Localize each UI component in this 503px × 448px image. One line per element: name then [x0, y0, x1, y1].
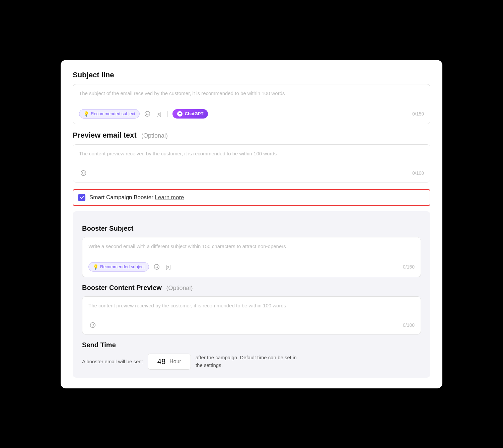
- smart-booster-row: Smart Campaign Booster Learn more: [73, 189, 430, 206]
- preview-email-toolbar: 0/100: [79, 169, 424, 177]
- chatgpt-icon: ✦: [177, 111, 183, 117]
- booster-recommended-button[interactable]: 💡 Recommended subject: [88, 262, 149, 272]
- booster-content-preview-input-box: The content preview received by the cust…: [82, 296, 421, 334]
- booster-panel: Booster Subject Write a second email wit…: [73, 211, 430, 378]
- booster-content-counter: 0/100: [403, 322, 415, 328]
- hour-unit: Hour: [169, 359, 181, 365]
- booster-content-emoji-button[interactable]: [88, 321, 97, 329]
- send-time-section: Send Time A booster email will be sent 4…: [82, 341, 421, 370]
- subject-line-title: Subject line: [73, 71, 430, 79]
- hour-input-box[interactable]: 48 Hour: [148, 354, 191, 370]
- subject-line-section: Subject line The subject of the email re…: [73, 71, 430, 124]
- recommended-subject-button[interactable]: 💡 Recommended subject: [79, 109, 140, 119]
- smart-booster-checkbox[interactable]: [78, 194, 85, 201]
- svg-point-9: [90, 322, 95, 327]
- booster-content-preview-placeholder: The content preview received by the cust…: [88, 302, 415, 315]
- booster-emoji-button[interactable]: [152, 263, 161, 271]
- preview-email-counter: 0/100: [412, 170, 424, 176]
- booster-content-preview-toolbar: 0/100: [88, 321, 415, 329]
- preview-emoji-button[interactable]: [79, 169, 88, 177]
- subject-line-counter: 0/150: [412, 111, 424, 117]
- booster-variable-button[interactable]: [x]: [164, 264, 172, 270]
- lightbulb-icon: 💡: [83, 111, 89, 117]
- subject-line-input-box: The subject of the email received by the…: [73, 84, 430, 124]
- emoji-button[interactable]: [143, 110, 152, 118]
- main-card: Subject line The subject of the email re…: [61, 60, 442, 388]
- svg-point-3: [81, 170, 86, 175]
- svg-point-0: [145, 111, 150, 116]
- subject-line-placeholder: The subject of the email received by the…: [79, 90, 424, 103]
- booster-subject-section: Booster Subject Write a second email wit…: [82, 225, 421, 277]
- preview-email-input-box: The content preview received by the cust…: [73, 144, 430, 182]
- booster-subject-input-box: Write a second email with a different su…: [82, 237, 421, 277]
- booster-content-preview-section: Booster Content Preview (Optional) The c…: [82, 284, 421, 334]
- toolbar-divider: [167, 111, 168, 117]
- booster-content-preview-title: Booster Content Preview (Optional): [82, 284, 421, 292]
- svg-point-6: [154, 264, 159, 269]
- preview-email-section: Preview email text (Optional) The conten…: [73, 131, 430, 182]
- subject-line-toolbar: 💡 Recommended subject [x] ✦ ChatGPT 0/15…: [79, 109, 424, 119]
- booster-subject-counter: 0/150: [403, 264, 415, 270]
- preview-email-title: Preview email text (Optional): [73, 131, 430, 140]
- learn-more-link[interactable]: Learn more: [155, 194, 184, 201]
- booster-subject-title: Booster Subject: [82, 225, 421, 232]
- smart-booster-label: Smart Campaign Booster Learn more: [89, 194, 184, 201]
- preview-email-placeholder: The content preview received by the cust…: [79, 150, 424, 163]
- booster-subject-placeholder: Write a second email with a different su…: [88, 243, 415, 256]
- send-time-title: Send Time: [82, 341, 421, 349]
- send-time-suffix: after the campaign. Default time can be …: [196, 354, 303, 369]
- variable-button[interactable]: [x]: [155, 110, 163, 117]
- send-time-row: A booster email will be sent 48 Hour aft…: [82, 354, 421, 370]
- chatgpt-button[interactable]: ✦ ChatGPT: [172, 109, 208, 119]
- hour-value: 48: [157, 357, 165, 366]
- booster-subject-toolbar: 💡 Recommended subject [x] 0/150: [88, 262, 415, 272]
- send-time-prefix: A booster email will be sent: [82, 359, 143, 364]
- booster-lightbulb-icon: 💡: [93, 264, 98, 270]
